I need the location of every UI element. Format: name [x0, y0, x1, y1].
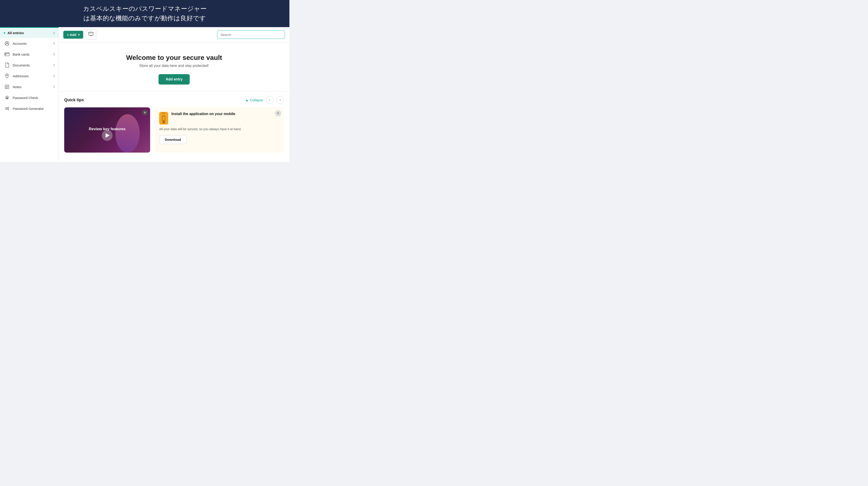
notes-icon	[4, 84, 9, 89]
sidebar-item-documents[interactable]: Documents 0	[0, 60, 59, 70]
bank-cards-count: 0	[53, 53, 55, 56]
addresses-icon	[4, 73, 9, 78]
close-icon: ✕	[144, 111, 146, 115]
sidebar-item-accounts[interactable]: Accounts 0	[0, 38, 59, 49]
chevron-down-icon: ▾	[4, 31, 5, 35]
mobile-card-title: Install the application on your mobile	[172, 112, 236, 116]
sidebar-item-notes[interactable]: Notes 0	[0, 82, 59, 92]
welcome-section: Welcome to your secure vault Store all y…	[59, 42, 289, 91]
import-button[interactable]	[86, 30, 96, 39]
play-icon	[105, 133, 110, 138]
import-icon	[88, 32, 93, 37]
password-generator-icon	[4, 106, 9, 111]
sidebar-item-password-check[interactable]: Password Check	[0, 92, 59, 103]
mobile-app-card: Install the application on your mobile A…	[155, 107, 284, 153]
sidebar: ▾ All entries 0 Accounts 0	[0, 27, 59, 162]
documents-icon	[4, 63, 9, 68]
password-check-label: Password Check	[13, 96, 38, 100]
sidebar-item-all-entries[interactable]: ▾ All entries 0	[0, 27, 59, 38]
documents-count: 0	[53, 63, 55, 67]
svg-rect-4	[5, 54, 6, 55]
all-entries-label: All entries	[7, 31, 24, 35]
next-tip-button[interactable]: ›	[276, 96, 284, 104]
banner-line1: カスペルスキーのパスワードマネージャー	[4, 4, 285, 13]
bank-cards-label: Bank cards	[13, 53, 30, 56]
svg-rect-16	[89, 32, 93, 35]
tips-cards: Review key features ✕	[64, 107, 284, 153]
video-card[interactable]: Review key features ✕	[64, 107, 150, 153]
sidebar-item-addresses[interactable]: Addresses 0	[0, 70, 59, 82]
svg-point-5	[6, 75, 8, 76]
main-layout: ▾ All entries 0 Accounts 0	[0, 27, 289, 162]
quick-tips-section: Quick tips ▲ Collapse ‹ ›	[59, 91, 289, 162]
notes-count: 0	[53, 85, 55, 89]
password-check-icon	[4, 95, 9, 100]
banner-line2: は基本的な機能のみですが動作は良好です	[4, 13, 285, 23]
bank-card-icon	[4, 52, 9, 57]
toolbar: + Add ▾	[59, 27, 289, 42]
play-button[interactable]	[102, 130, 113, 141]
search-input[interactable]	[217, 31, 285, 39]
close-icon: ✕	[277, 111, 279, 115]
header-banner: カスペルスキーのパスワードマネージャー は基本的な機能のみですが動作は良好です	[0, 0, 289, 27]
quick-tips-header: Quick tips ▲ Collapse ‹ ›	[64, 96, 284, 104]
add-label: + Add	[67, 33, 76, 37]
welcome-title: Welcome to your secure vault	[126, 54, 222, 62]
mobile-card-close-button[interactable]: ✕	[275, 110, 281, 117]
chevron-right-icon: ›	[279, 98, 281, 102]
sidebar-item-bank-cards[interactable]: Bank cards 0	[0, 49, 59, 60]
quick-tips-title: Quick tips	[64, 98, 84, 102]
content-area: + Add ▾ Welcome to your secure vau	[59, 27, 289, 162]
mobile-icon	[159, 112, 168, 125]
sidebar-item-password-generator[interactable]: Password Generator	[0, 103, 59, 114]
accounts-icon	[4, 41, 9, 46]
mobile-card-text: All your data will be synced, so you alw…	[159, 127, 279, 132]
chevron-left-icon: ‹	[269, 98, 270, 102]
svg-point-20	[163, 120, 164, 121]
welcome-subtitle: Store all your data here and stay protec…	[140, 64, 209, 68]
chevron-up-icon: ▲	[245, 98, 249, 102]
password-generator-label: Password Generator	[13, 107, 44, 110]
accounts-label: Accounts	[13, 41, 27, 45]
video-person	[114, 114, 141, 153]
add-entry-button[interactable]: Add entry	[158, 74, 190, 85]
prev-tip-button[interactable]: ‹	[266, 96, 274, 104]
download-button[interactable]: Download	[159, 135, 187, 144]
all-entries-count: 0	[53, 31, 55, 35]
add-button[interactable]: + Add ▾	[63, 31, 83, 39]
dropdown-arrow-icon: ▾	[78, 33, 80, 36]
video-close-button[interactable]: ✕	[142, 110, 148, 116]
documents-label: Documents	[13, 63, 30, 67]
addresses-label: Addresses	[13, 74, 29, 78]
accounts-count: 0	[53, 41, 55, 45]
collapse-button[interactable]: ▲ Collapse	[245, 98, 263, 102]
notes-label: Notes	[13, 85, 22, 89]
addresses-count: 0	[53, 74, 55, 78]
